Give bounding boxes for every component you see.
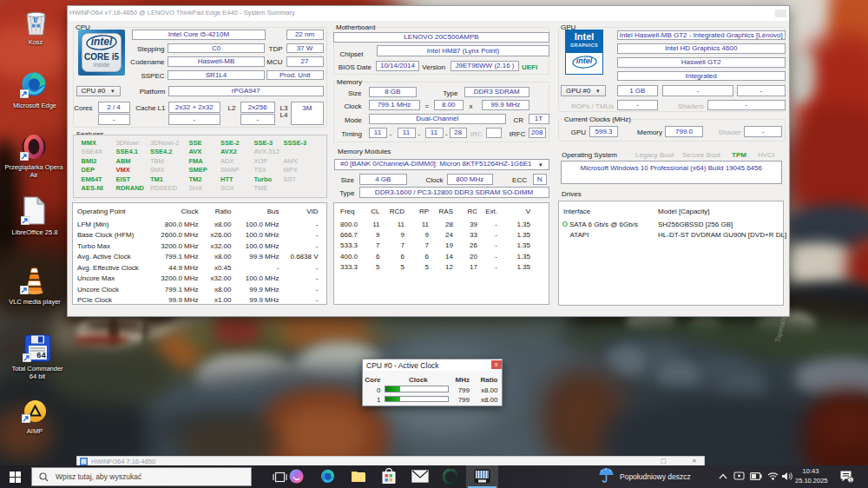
svg-text:1: 1: [849, 478, 852, 483]
svg-text:64:: 64:: [36, 352, 50, 360]
